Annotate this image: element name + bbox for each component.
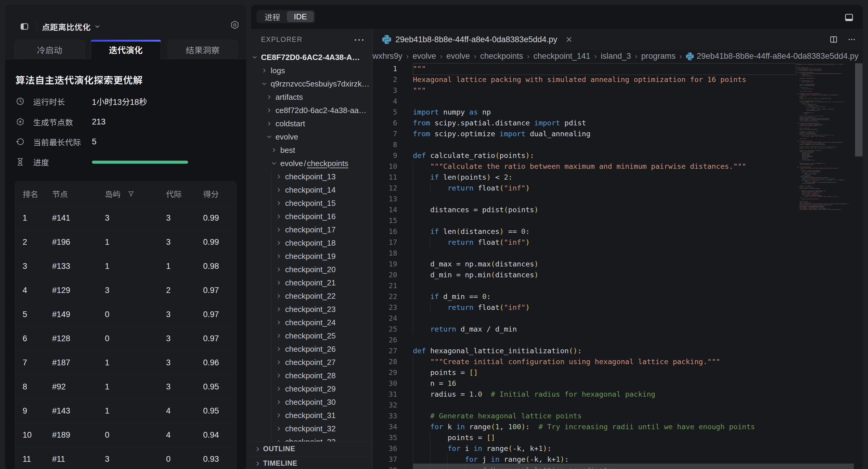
tab-iterative-evolution[interactable]: 迭代演化 [91, 40, 161, 59]
table-row[interactable]: 3#133110.98 [15, 254, 236, 278]
minimap-scrollbar[interactable] [855, 63, 863, 156]
chevron-right-icon [276, 174, 282, 180]
code-token [430, 119, 434, 127]
tree-item-checkpoint_26[interactable]: checkpoint_26 [251, 342, 372, 356]
split-editor-icon[interactable] [829, 35, 838, 44]
code-line: d_max = np.max(distances) [413, 259, 797, 270]
breadcrumb-item[interactable]: checkpoints [480, 52, 523, 61]
tree-item-q9rznzvcc5esbuiys7dxirzk-[interactable]: q9rznzvcc5esbuiys7dxirzk… [251, 77, 372, 90]
code-editor[interactable]: """Hexagonal lattice packing with simula… [413, 63, 797, 469]
tree-item-checkpoint_22[interactable]: checkpoint_22 [251, 289, 372, 303]
code-token: : [564, 455, 569, 464]
code-token: np [465, 271, 473, 279]
tree-item-ce8f72d0-6ac2-4a38-aa-[interactable]: ce8f72d0-6ac2-4a38-aa… [251, 104, 372, 117]
tree-item-checkpoint_27[interactable]: checkpoint_27 [251, 356, 372, 369]
horizontal-scrollbar[interactable] [413, 464, 854, 469]
breadcrumb-item[interactable]: programs [641, 52, 675, 61]
tree-item-label: checkpoint_32 [285, 424, 336, 433]
table-cell: 3 [105, 455, 110, 464]
tree-item-checkpoint_33[interactable]: checkpoint_33 [251, 435, 372, 442]
tree-item-checkpoint_13[interactable]: checkpoint_13 [251, 170, 372, 183]
explorer-more-actions[interactable] [355, 36, 367, 43]
code-token [413, 325, 430, 333]
project-title[interactable]: 点距离比优化 [42, 21, 91, 33]
tab-close-icon[interactable] [565, 36, 573, 43]
outline-section[interactable]: OUTLINE [251, 442, 372, 456]
tree-item-checkpoint_20[interactable]: checkpoint_20 [251, 263, 372, 276]
tree-item-coldstart[interactable]: coldstart [251, 117, 372, 130]
tree-item-evolve[interactable]: evolve [251, 130, 372, 144]
editor-tab[interactable]: 29eb41b8-8b8e-44ff-a8e4-0da8383e5dd4.py [373, 29, 582, 50]
tree-item-checkpoint_17[interactable]: checkpoint_17 [251, 223, 372, 236]
table-row[interactable]: 1#141330.99 [15, 206, 236, 230]
island-filter-icon[interactable] [127, 190, 135, 197]
code-token [413, 292, 430, 301]
tree-item-checkpoint_24[interactable]: checkpoint_24 [251, 316, 372, 329]
indent-guide [413, 302, 413, 313]
code-token: = [456, 368, 469, 377]
minimap[interactable]: """Hexagonal lattice packing with simula… [797, 63, 854, 469]
ranking-table: 排名 节点 岛屿 代际 得分 1#141330.992#196130.993#1… [15, 181, 237, 469]
breadcrumb-item[interactable]: checkpoint_141 [533, 52, 590, 61]
editor-more-actions-icon[interactable] [847, 35, 856, 44]
indent-guide [430, 432, 430, 443]
indent-guide [413, 172, 413, 183]
tree-item-checkpoint_16[interactable]: checkpoint_16 [251, 210, 372, 223]
tree-item-checkpoint_21[interactable]: checkpoint_21 [251, 276, 372, 289]
code-line: for k in range(1, 100): # Try increasing… [413, 421, 797, 432]
code-line: return d_max / d_min [413, 324, 797, 335]
breadcrumb-item[interactable]: island_3 [601, 52, 631, 61]
chevron-right-icon [276, 386, 282, 392]
tree-item-checkpoint_15[interactable]: checkpoint_15 [251, 196, 372, 210]
timeline-section[interactable]: TIMELINE [251, 456, 372, 469]
table-row[interactable]: 7#187130.96 [15, 350, 236, 375]
breadcrumb-item[interactable]: wxhrs9y [373, 52, 402, 61]
table-row[interactable]: 5#149030.97 [15, 302, 236, 326]
table-cell: #129 [52, 286, 70, 295]
indent-guide [413, 291, 413, 302]
breadcrumb-item[interactable]: evolve [446, 52, 470, 61]
title-chevron-down-icon[interactable] [94, 23, 101, 30]
code-line: for j in range(-k, k+1): [413, 454, 797, 465]
tree-item-ce8f72d0-6ac2-4a38-aa41-[interactable]: CE8F72D0-6AC2-4A38-AA41-… [251, 51, 372, 64]
line-number: 25 [373, 324, 397, 335]
tree-item-artifacts[interactable]: artifacts [251, 90, 372, 104]
tree-item-checkpoint_30[interactable]: checkpoint_30 [251, 396, 372, 409]
line-number: 22 [373, 291, 397, 302]
code-token: ) [526, 151, 530, 160]
tree-item-checkpoint_31[interactable]: checkpoint_31 [251, 409, 372, 422]
tree-item-checkpoint_18[interactable]: checkpoint_18 [251, 236, 372, 250]
breadcrumb-separator: › [436, 52, 446, 61]
table-row[interactable]: 2#196130.99 [15, 230, 236, 254]
tree-item-logs[interactable]: logs [251, 64, 372, 77]
breadcrumb-item[interactable]: evolve [412, 52, 436, 61]
table-row[interactable]: 6#128030.97 [15, 326, 236, 350]
tree-item-checkpoint_32[interactable]: checkpoint_32 [251, 422, 372, 435]
tab-coldstart[interactable]: 冷启动 [14, 40, 85, 59]
table-row[interactable]: 4#129320.97 [15, 278, 236, 302]
chevron-right-icon [276, 280, 282, 286]
sidebar-toggle-button[interactable] [16, 19, 33, 35]
table-row[interactable]: 11#11300.93 [15, 447, 236, 469]
table-row[interactable]: 10#189040.94 [15, 423, 236, 447]
view-toggle-ide[interactable]: IDE [287, 11, 314, 22]
settings-button[interactable] [225, 16, 244, 34]
tree-item-checkpoint_29[interactable]: checkpoint_29 [251, 382, 372, 396]
tree-item-checkpoint_23[interactable]: checkpoint_23 [251, 303, 372, 316]
view-toggle-process[interactable]: 进程 [258, 11, 287, 22]
toggle-bottom-panel-button[interactable] [842, 11, 856, 24]
breadcrumb-item[interactable]: 29eb41b8-8b8e-44ff-a8e4-0da8383e5dd4.py [697, 52, 859, 61]
chevron-right-icon [276, 293, 282, 299]
tree-item-checkpoint_19[interactable]: checkpoint_19 [251, 250, 372, 263]
tree-item-checkpoint_25[interactable]: checkpoint_25 [251, 329, 372, 342]
tree-item-evolve-checkpoints[interactable]: evolve/checkpoints [251, 157, 372, 170]
tree-item-best[interactable]: best [251, 144, 372, 157]
chevron-right-icon [276, 319, 282, 325]
indent-guide [413, 432, 413, 443]
tree-item-checkpoint_28[interactable]: checkpoint_28 [251, 369, 372, 382]
breadcrumb-separator: › [470, 52, 480, 61]
table-row[interactable]: 8#92130.95 [15, 375, 236, 399]
table-row[interactable]: 9#143140.95 [15, 399, 236, 423]
tree-item-checkpoint_14[interactable]: checkpoint_14 [251, 183, 372, 196]
tab-result-insight[interactable]: 结果洞察 [167, 40, 238, 59]
